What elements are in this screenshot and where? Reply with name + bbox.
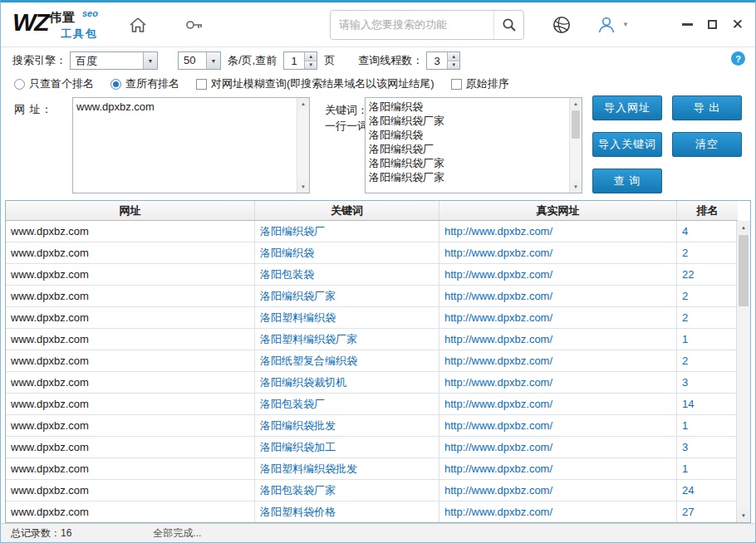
scroll-up-icon[interactable]: ▲ <box>297 98 309 110</box>
radio-unchecked-icon[interactable] <box>14 79 25 90</box>
cell-real-url-link[interactable]: http://www.dpxbz.com/ <box>439 437 677 457</box>
keyword-textarea[interactable]: 洛阳编织袋 洛阳编织袋厂家 洛阳编织袋 洛阳编织袋厂 洛阳编织袋厂家 洛阳编织袋… <box>366 98 569 193</box>
url-scrollbar[interactable]: ▲ ▼ <box>297 98 309 193</box>
cell-keyword[interactable]: 洛阳包装袋 <box>255 264 439 285</box>
cell-keyword[interactable]: 洛阳编织袋 <box>255 242 439 263</box>
table-row[interactable]: www.dpxbz.com 洛阳编织袋厂 http://www.dpxbz.co… <box>6 221 736 242</box>
cell-keyword[interactable]: 洛阳塑料编织袋厂家 <box>255 329 439 350</box>
cell-keyword[interactable]: 洛阳包装袋厂 <box>255 394 439 414</box>
cell-rank: 4 <box>677 221 736 242</box>
page-count-input[interactable] <box>284 52 304 69</box>
dropdown-arrow-icon[interactable]: ▼ <box>143 52 157 69</box>
option-fuzzy-url-match[interactable]: 对网址模糊查询(即搜索结果域名以该网址结尾) <box>196 76 434 91</box>
table-row[interactable]: www.dpxbz.com 洛阳塑料编织袋批发 http://www.dpxbz… <box>6 458 736 480</box>
cell-real-url-link[interactable]: http://www.dpxbz.com/ <box>439 480 677 501</box>
header-real-url[interactable]: 真实网址 <box>439 201 677 220</box>
cell-real-url-link[interactable]: http://www.dpxbz.com/ <box>439 415 677 436</box>
function-search-input[interactable] <box>331 11 493 39</box>
cell-real-url-link[interactable]: http://www.dpxbz.com/ <box>439 221 677 242</box>
globe-icon[interactable] <box>549 12 574 37</box>
help-icon[interactable]: ? <box>731 51 745 66</box>
cell-keyword[interactable]: 洛阳编织袋加工 <box>255 437 439 457</box>
checkbox-unchecked-icon[interactable] <box>451 79 462 90</box>
cell-keyword[interactable]: 洛阳编织袋批发 <box>255 415 439 436</box>
spin-up-icon[interactable]: ▲ <box>448 52 459 61</box>
chevron-down-icon[interactable]: ▼ <box>622 21 629 28</box>
cell-keyword[interactable]: 洛阳编织袋厂家 <box>255 286 439 306</box>
cell-keyword[interactable]: 洛阳塑料袋价格 <box>255 501 439 522</box>
cell-keyword[interactable]: 洛阳塑料编织袋批发 <box>255 458 439 479</box>
search-engine-dropdown[interactable]: 百度 ▼ <box>70 51 158 70</box>
table-vertical-scrollbar[interactable]: ▲ ▼ <box>736 221 750 522</box>
scroll-down-icon[interactable]: ▼ <box>737 509 750 522</box>
keyword-scrollbar[interactable]: ▲ ▼ <box>569 98 582 193</box>
cell-real-url-link[interactable]: http://www.dpxbz.com/ <box>439 501 677 522</box>
cell-real-url-link[interactable]: http://www.dpxbz.com/ <box>439 242 677 263</box>
table-row[interactable]: www.dpxbz.com 洛阳编织袋厂家 http://www.dpxbz.c… <box>6 286 736 307</box>
header-rank[interactable]: 排名 <box>677 201 738 220</box>
cell-real-url-link[interactable]: http://www.dpxbz.com/ <box>439 458 677 479</box>
query-button[interactable]: 查 询 <box>592 169 662 193</box>
key-icon[interactable] <box>182 12 207 37</box>
thread-count-input[interactable] <box>427 52 447 69</box>
cell-real-url-link[interactable]: http://www.dpxbz.com/ <box>439 307 677 328</box>
table-row[interactable]: www.dpxbz.com 洛阳塑料编织袋厂家 http://www.dpxbz… <box>6 329 736 350</box>
scroll-up-icon[interactable]: ▲ <box>570 98 582 110</box>
option-original-order[interactable]: 原始排序 <box>451 76 509 91</box>
cell-rank: 2 <box>677 350 736 371</box>
import-url-button[interactable]: 导入网址 <box>592 95 662 120</box>
home-icon[interactable] <box>125 12 150 37</box>
scrollbar-thumb[interactable] <box>739 235 749 306</box>
option-all-ranks-label: 查所有排名 <box>125 76 179 91</box>
cell-real-url-link[interactable]: http://www.dpxbz.com/ <box>439 394 677 414</box>
cell-url: www.dpxbz.com <box>6 264 255 285</box>
import-keywords-button[interactable]: 导入关键词 <box>592 132 662 157</box>
scroll-down-icon[interactable]: ▼ <box>297 181 309 193</box>
scrollbar-thumb[interactable] <box>572 110 580 139</box>
clear-button[interactable]: 清空 <box>672 132 742 157</box>
cell-real-url-link[interactable]: http://www.dpxbz.com/ <box>439 264 677 285</box>
cell-real-url-link[interactable]: http://www.dpxbz.com/ <box>439 329 677 350</box>
rank-options-row: 只查首个排名 查所有排名 对网址模糊查询(即搜索结果域名以该网址结尾) 原始排序 <box>1 74 755 94</box>
cell-keyword[interactable]: 洛阳包装袋厂家 <box>255 480 439 501</box>
close-button[interactable]: ✕ <box>732 17 744 32</box>
url-textarea[interactable]: www.dpxbz.com <box>73 98 297 193</box>
header-keyword[interactable]: 关键词 <box>255 201 439 220</box>
cell-real-url-link[interactable]: http://www.dpxbz.com/ <box>439 286 677 306</box>
table-row[interactable]: www.dpxbz.com 洛阳纸塑复合编织袋 http://www.dpxbz… <box>6 350 736 372</box>
scroll-up-icon[interactable]: ▲ <box>737 221 750 234</box>
cell-keyword[interactable]: 洛阳塑料编织袋 <box>255 307 439 328</box>
spin-down-icon[interactable]: ▼ <box>448 61 459 70</box>
cell-rank: 1 <box>677 329 736 350</box>
maximize-button[interactable] <box>708 20 717 29</box>
export-button[interactable]: 导 出 <box>672 95 742 120</box>
spin-up-icon[interactable]: ▲ <box>305 52 317 61</box>
table-row[interactable]: www.dpxbz.com 洛阳包装袋 http://www.dpxbz.com… <box>6 264 736 286</box>
table-row[interactable]: www.dpxbz.com 洛阳塑料袋价格 http://www.dpxbz.c… <box>6 501 736 522</box>
status-bar: 总记录数：16 全部完成... <box>1 523 755 542</box>
cell-keyword[interactable]: 洛阳编织袋厂 <box>255 221 439 242</box>
search-icon[interactable] <box>493 11 523 39</box>
option-first-rank-only[interactable]: 只查首个排名 <box>14 76 94 91</box>
cell-keyword[interactable]: 洛阳纸塑复合编织袋 <box>255 350 439 371</box>
checkbox-unchecked-icon[interactable] <box>196 79 207 90</box>
scroll-down-icon[interactable]: ▼ <box>570 181 582 193</box>
radio-checked-icon[interactable] <box>110 79 121 90</box>
table-row[interactable]: www.dpxbz.com 洛阳编织袋 http://www.dpxbz.com… <box>6 242 736 264</box>
table-row[interactable]: www.dpxbz.com 洛阳编织袋批发 http://www.dpxbz.c… <box>6 415 736 437</box>
table-row[interactable]: www.dpxbz.com 洛阳包装袋厂 http://www.dpxbz.co… <box>6 394 736 415</box>
minimize-button[interactable] <box>682 23 693 26</box>
option-all-ranks[interactable]: 查所有排名 <box>110 76 179 91</box>
dropdown-arrow-icon[interactable]: ▼ <box>206 52 220 69</box>
table-row[interactable]: www.dpxbz.com 洛阳塑料编织袋 http://www.dpxbz.c… <box>6 307 736 329</box>
user-account-menu[interactable]: ▼ <box>596 14 629 36</box>
header-url[interactable]: 网址 <box>6 201 255 220</box>
spin-down-icon[interactable]: ▼ <box>305 61 317 70</box>
table-row[interactable]: www.dpxbz.com 洛阳包装袋厂家 http://www.dpxbz.c… <box>6 480 736 501</box>
cell-real-url-link[interactable]: http://www.dpxbz.com/ <box>439 372 677 393</box>
cell-keyword[interactable]: 洛阳编织袋裁切机 <box>255 372 439 393</box>
page-size-dropdown[interactable]: 50 ▼ <box>178 51 221 70</box>
table-row[interactable]: www.dpxbz.com 洛阳编织袋加工 http://www.dpxbz.c… <box>6 437 736 458</box>
table-row[interactable]: www.dpxbz.com 洛阳编织袋裁切机 http://www.dpxbz.… <box>6 372 736 394</box>
cell-real-url-link[interactable]: http://www.dpxbz.com/ <box>439 350 677 371</box>
